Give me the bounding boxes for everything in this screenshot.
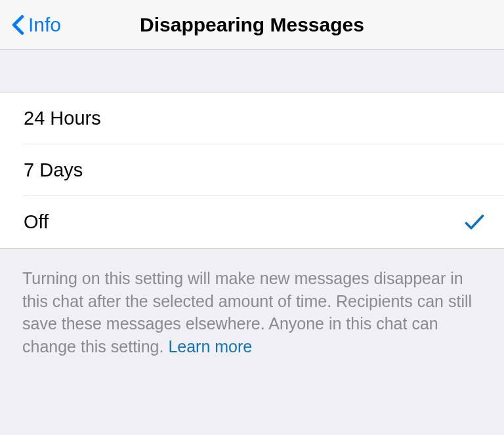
page-title: Disappearing Messages: [0, 14, 504, 36]
option-7-days[interactable]: 7 Days: [0, 144, 504, 196]
option-label: Off: [24, 211, 49, 233]
section-spacer: [0, 50, 504, 92]
learn-more-link[interactable]: Learn more: [168, 337, 252, 356]
option-label: 7 Days: [24, 159, 83, 181]
checkmark-icon: [465, 214, 484, 231]
chevron-left-icon: [12, 14, 24, 35]
back-label: Info: [28, 14, 61, 36]
footer-description: Turning on this setting will make new me…: [0, 249, 504, 358]
navigation-header: Info Disappearing Messages: [0, 0, 504, 50]
option-off[interactable]: Off: [0, 196, 504, 248]
option-24-hours[interactable]: 24 Hours: [0, 93, 504, 144]
options-list: 24 Hours 7 Days Off: [0, 92, 504, 249]
back-button[interactable]: Info: [0, 14, 61, 36]
option-label: 24 Hours: [24, 108, 101, 129]
